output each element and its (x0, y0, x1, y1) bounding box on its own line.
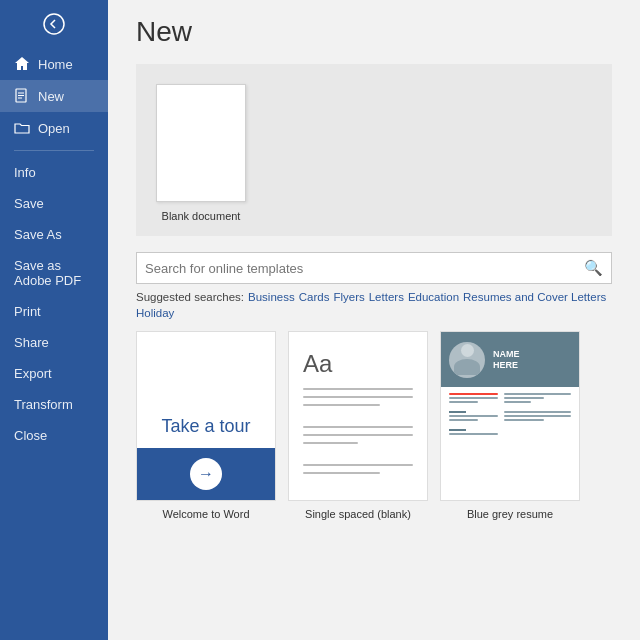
resume-col-left (449, 393, 498, 435)
page-title: New (136, 16, 612, 48)
suggestion-business[interactable]: Business (248, 291, 295, 303)
resume-name-block: NAME HERE (493, 349, 520, 371)
resume-line-a4 (449, 419, 478, 421)
templates-grid: Take a tour → Welcome to Word Aa (136, 331, 612, 520)
blank-line-5 (303, 434, 413, 436)
suggestion-education[interactable]: Education (408, 291, 459, 303)
resume-body (441, 387, 579, 441)
resume-line-b6 (504, 419, 544, 421)
suggested-searches: Suggested searches: Business Cards Flyer… (136, 291, 612, 319)
sidebar-item-save-as[interactable]: Save As (0, 219, 108, 250)
resume-side (449, 393, 571, 435)
blank-line-4 (303, 426, 413, 428)
top-section: Blank document (136, 64, 612, 236)
resume-line-b3 (504, 401, 531, 403)
sidebar-divider-1 (14, 150, 94, 151)
sidebar-item-share[interactable]: Share (0, 327, 108, 358)
sidebar-item-print[interactable]: Print (0, 296, 108, 327)
suggestion-flyers[interactable]: Flyers (333, 291, 364, 303)
tour-text: Take a tour (151, 395, 260, 448)
suggestion-cards[interactable]: Cards (299, 291, 330, 303)
blank-spaced-aa: Aa (303, 350, 413, 378)
template-tour[interactable]: Take a tour → Welcome to Word (136, 331, 276, 520)
resume-section-1 (449, 411, 466, 413)
blank-document-label: Blank document (162, 210, 241, 222)
tour-banner: → (137, 448, 275, 500)
suggestion-holiday[interactable]: Holiday (136, 307, 174, 319)
blank-doc-wrapper[interactable]: Blank document (156, 84, 246, 222)
suggested-label: Suggested searches: (136, 291, 244, 303)
resume-name-line1: NAME (493, 349, 520, 360)
template-tour-thumb[interactable]: Take a tour → (136, 331, 276, 501)
template-blank-spaced-label: Single spaced (blank) (305, 508, 411, 520)
resume-line-b5 (504, 415, 571, 417)
sidebar-item-home[interactable]: Home (0, 48, 108, 80)
tour-arrow-icon: → (190, 458, 222, 490)
sidebar-item-save-pdf[interactable]: Save as Adobe PDF (0, 250, 108, 296)
template-resume[interactable]: NAME HERE (440, 331, 580, 520)
blank-line-1 (303, 388, 413, 390)
search-input[interactable] (145, 261, 584, 276)
blank-line-3 (303, 404, 380, 406)
resume-line-a5 (449, 433, 498, 435)
blank-line-7 (303, 464, 413, 466)
resume-name-line2: HERE (493, 360, 520, 371)
template-blank-spaced-thumb[interactable]: Aa (288, 331, 428, 501)
resume-line-a3 (449, 415, 498, 417)
blank-document-thumb[interactable] (156, 84, 246, 202)
resume-accent-line (449, 393, 498, 395)
resume-line-b4 (504, 411, 571, 413)
search-section: 🔍 Suggested searches: Business Cards Fly… (136, 252, 612, 319)
search-bar[interactable]: 🔍 (136, 252, 612, 284)
main-content: New Blank document 🔍 Suggested searches:… (108, 0, 640, 640)
blank-line-6 (303, 442, 358, 444)
blank-line-2 (303, 396, 413, 398)
resume-line-a2 (449, 401, 478, 403)
sidebar-item-export[interactable]: Export (0, 358, 108, 389)
suggestion-resumes[interactable]: Resumes and Cover Letters (463, 291, 606, 303)
search-icon: 🔍 (584, 259, 603, 277)
template-resume-label: Blue grey resume (467, 508, 553, 520)
sidebar-item-transform[interactable]: Transform (0, 389, 108, 420)
template-resume-thumb[interactable]: NAME HERE (440, 331, 580, 501)
blank-line-8 (303, 472, 380, 474)
resume-line-b2 (504, 397, 544, 399)
sidebar-item-close[interactable]: Close (0, 420, 108, 451)
sidebar-open-label: Open (38, 121, 70, 136)
sidebar-item-save[interactable]: Save (0, 188, 108, 219)
sidebar-new-label: New (38, 89, 64, 104)
resume-avatar (449, 342, 485, 378)
svg-point-0 (44, 14, 64, 34)
resume-col-right (504, 393, 571, 435)
back-button[interactable] (0, 0, 108, 48)
resume-section-2 (449, 429, 466, 431)
sidebar-item-open[interactable]: Open (0, 112, 108, 144)
suggestion-letters[interactable]: Letters (369, 291, 404, 303)
resume-line-a1 (449, 397, 498, 399)
sidebar-home-label: Home (38, 57, 73, 72)
template-blank-spaced[interactable]: Aa Single spaced (blank) (288, 331, 428, 520)
resume-line-b1 (504, 393, 571, 395)
sidebar-item-info[interactable]: Info (0, 157, 108, 188)
template-tour-label: Welcome to Word (162, 508, 249, 520)
sidebar: Home New Open Info Save Save As Save as … (0, 0, 108, 640)
sidebar-item-new[interactable]: New (0, 80, 108, 112)
resume-header: NAME HERE (441, 332, 579, 387)
